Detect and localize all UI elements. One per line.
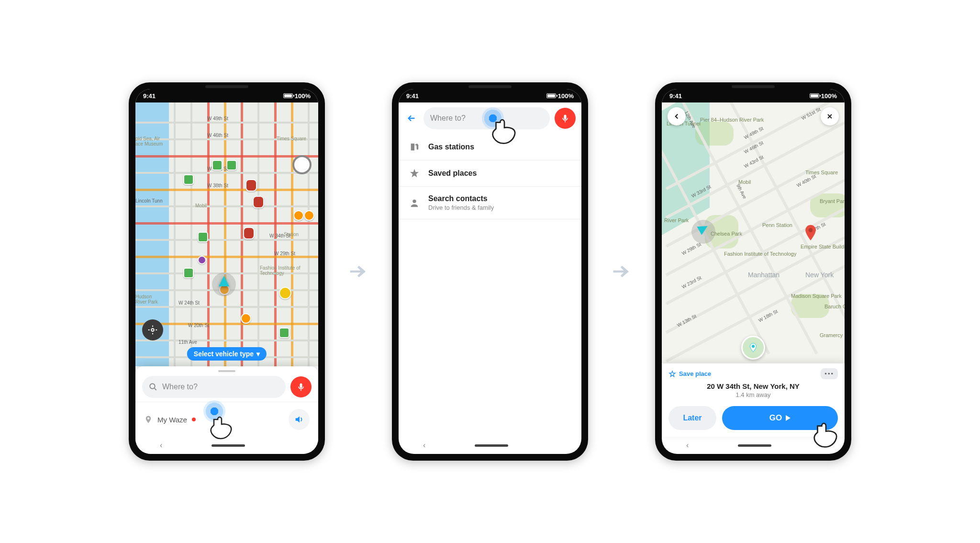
street-label: 9th Ave: [735, 183, 747, 199]
user-location-cursor: [219, 276, 229, 286]
status-time: 9:41: [669, 92, 682, 100]
search-bar[interactable]: Where to?: [142, 376, 286, 398]
nav-back-icon[interactable]: ‹: [423, 441, 425, 450]
poi-label: Times Square: [277, 136, 306, 141]
status-bar: 9:41 100%: [662, 89, 845, 102]
destination-pin-icon[interactable]: [804, 225, 817, 237]
nav-home-pill[interactable]: [738, 444, 771, 447]
chevron-down-icon: ▾: [256, 350, 260, 358]
mic-icon: [296, 382, 306, 392]
category-saved-places[interactable]: Saved places: [399, 160, 581, 187]
battery-icon: [810, 93, 819, 98]
phone-1: 9:41 100%: [129, 82, 325, 461]
street-label: W 13th St: [676, 313, 697, 328]
svg-point-0: [151, 328, 154, 331]
traffic-marker-icon[interactable]: [183, 174, 194, 185]
traffic-marker-icon[interactable]: [198, 232, 208, 242]
gas-pump-icon: [408, 142, 421, 152]
poi-label: Penn Station: [762, 222, 786, 228]
poi-label: Madison Square Park: [791, 293, 829, 299]
voice-search-button[interactable]: [555, 108, 576, 129]
compass-button[interactable]: [292, 155, 312, 174]
star-outline-icon: [668, 370, 676, 378]
back-button[interactable]: [668, 107, 686, 125]
recenter-button[interactable]: [142, 319, 163, 340]
traffic-marker-icon[interactable]: [183, 268, 194, 278]
flow-arrow-icon: [344, 257, 373, 286]
svg-rect-2: [300, 384, 302, 388]
street-label: W 38th St: [207, 183, 228, 188]
map-canvas[interactable]: W 49th St W 46th St W 41st St W 38th St …: [135, 102, 318, 366]
speed-marker-icon[interactable]: [245, 179, 257, 192]
traffic-marker-icon[interactable]: [212, 160, 223, 170]
android-navbar: ‹: [399, 437, 581, 454]
search-placeholder: Where to?: [162, 383, 198, 391]
person-icon: [408, 198, 421, 208]
status-time: 9:41: [143, 92, 156, 100]
alert-marker-icon[interactable]: [243, 227, 255, 239]
map-canvas-light[interactable]: Lincoln Tunnel Pier 84–Hudson River Park…: [662, 102, 845, 363]
category-search-contacts[interactable]: Search contacts Drive to friends & famil…: [399, 187, 581, 219]
play-icon: [786, 415, 791, 421]
phone-notch: [732, 85, 775, 88]
status-battery: 100%: [810, 92, 837, 100]
city-label: New York: [805, 271, 834, 279]
street-label: W 20th St: [188, 323, 209, 328]
save-place-button[interactable]: Save place: [668, 370, 711, 378]
hazard-marker-icon[interactable]: [293, 210, 304, 221]
poi-label: Pier 84–Hudson River Park: [700, 117, 743, 123]
wazer-marker-icon[interactable]: [198, 256, 206, 264]
more-options-button[interactable]: •••: [821, 368, 838, 379]
later-button[interactable]: Later: [668, 406, 716, 430]
poi-label: Station: [284, 232, 299, 237]
sound-button[interactable]: [289, 409, 310, 430]
poi-label: Times Square: [805, 170, 834, 175]
back-button[interactable]: [404, 113, 419, 124]
screen-search: 9:41 100% Where to? Gas stations: [399, 89, 581, 454]
phone-2: 9:41 100% Where to? Gas stations: [392, 82, 588, 461]
phone-notch: [205, 85, 248, 88]
svg-point-6: [752, 345, 755, 348]
nav-home-pill[interactable]: [212, 444, 245, 447]
tap-hand-icon: [488, 113, 521, 147]
street-label: W 49th St: [207, 116, 228, 121]
nav-back-icon[interactable]: ‹: [686, 441, 689, 450]
battery-icon: [546, 93, 556, 98]
nav-home-pill[interactable]: [475, 444, 508, 447]
tap-hand-icon: [809, 417, 843, 450]
status-bar: 9:41 100%: [135, 89, 318, 102]
poi-label: Mobil: [195, 203, 207, 208]
vehicle-type-pill[interactable]: Select vehicle type ▾: [187, 347, 267, 361]
sheet-drag-handle[interactable]: [218, 370, 235, 372]
svg-point-1: [150, 384, 155, 389]
hazard-marker-icon[interactable]: [241, 313, 251, 324]
street-label: W 46th St: [207, 133, 228, 138]
svg-rect-3: [564, 115, 567, 120]
destination-address: 20 W 34th St, New York, NY: [668, 382, 838, 390]
my-waze-label: My Waze: [157, 416, 187, 424]
street-label: W 24th St: [178, 300, 200, 305]
nav-back-icon[interactable]: ‹: [160, 441, 162, 450]
svg-point-4: [412, 199, 416, 203]
status-time: 9:41: [406, 92, 419, 100]
wazer-marker-icon[interactable]: [279, 287, 291, 299]
traffic-marker-icon[interactable]: [279, 328, 290, 338]
destination-avatar[interactable]: [741, 336, 765, 360]
mic-icon: [560, 113, 570, 123]
search-placeholder: Where to?: [430, 114, 466, 123]
chevron-left-icon: [672, 112, 681, 121]
speed-marker-icon[interactable]: [253, 196, 264, 208]
flow-arrow-icon: [607, 257, 636, 286]
destination-distance: 1.4 km away: [668, 391, 838, 398]
screen-destination: 9:41 100% Lincoln Tunnel: [662, 89, 845, 454]
voice-search-button[interactable]: [290, 376, 312, 397]
speaker-icon: [294, 414, 304, 425]
street-label: W 29th St: [681, 241, 702, 256]
notification-dot-icon: [192, 418, 196, 421]
traffic-marker-icon[interactable]: [226, 160, 237, 170]
close-button[interactable]: [821, 107, 839, 125]
hazard-marker-icon[interactable]: [304, 210, 314, 221]
poi-label: Empire State Building: [801, 244, 839, 249]
street-label: W 29th St: [274, 251, 295, 256]
search-categories-list: Gas stations Saved places Search contact…: [399, 134, 581, 219]
